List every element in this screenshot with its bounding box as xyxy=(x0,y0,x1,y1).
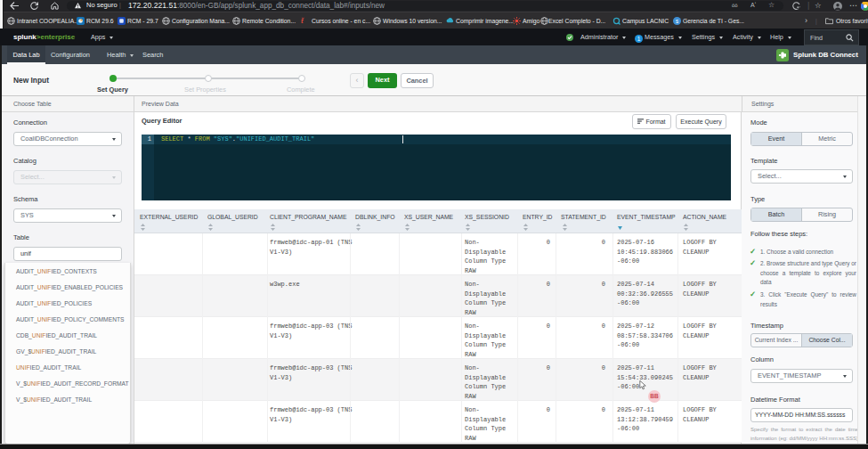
svg-text:s: s xyxy=(676,18,678,24)
